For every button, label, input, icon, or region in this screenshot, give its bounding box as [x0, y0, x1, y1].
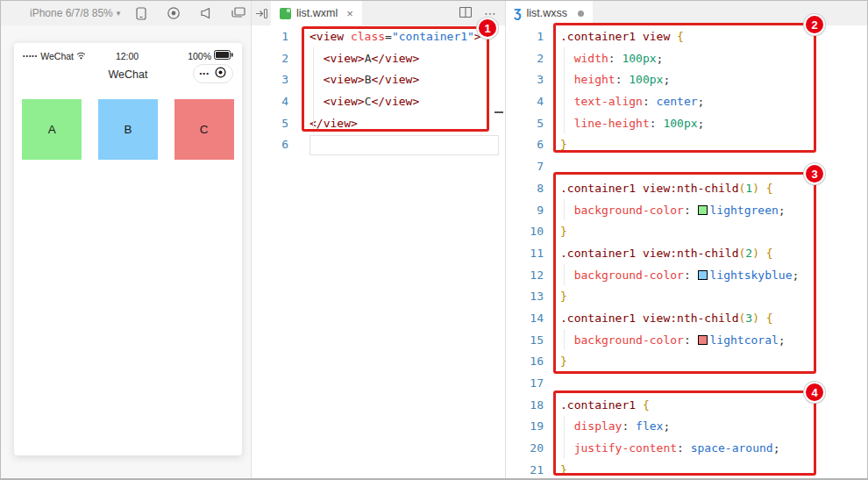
- tab-list-wxss[interactable]: Ʒ list.wxss: [507, 1, 593, 25]
- wxss-tab-bar: Ʒ list.wxss: [507, 1, 868, 25]
- view-box-c[interactable]: C: [174, 99, 234, 160]
- code-line[interactable]: 9 background-color: lightgreen;: [507, 200, 868, 222]
- line-number: 4: [507, 91, 544, 113]
- color-swatch[interactable]: [698, 205, 708, 215]
- wxml-editor-panel: list.wxml × ⋯ 1<view class="container1">…: [252, 1, 506, 479]
- line-number: 2: [252, 48, 288, 70]
- code-line[interactable]: 6: [252, 134, 505, 156]
- code-line[interactable]: 21}: [507, 460, 868, 480]
- code-line[interactable]: 6}: [507, 134, 868, 156]
- view-box-b[interactable]: B: [98, 99, 158, 160]
- code-line[interactable]: 1<view class="container1">: [252, 26, 505, 48]
- indent-guide: [564, 264, 565, 285]
- code-line[interactable]: 4 text-align: center;: [507, 91, 868, 113]
- line-number: 18: [507, 395, 544, 417]
- line-number: 15: [507, 330, 544, 352]
- code-line[interactable]: 19 display: flex;: [507, 416, 868, 438]
- code-line[interactable]: 12 background-color: lightskyblue;: [507, 265, 868, 287]
- line-number: 1: [252, 26, 288, 48]
- status-bar: ••••• WeChat 12:00 100%: [14, 43, 242, 61]
- code-line[interactable]: 3 height: 100px;: [507, 69, 868, 91]
- wxss-code-area[interactable]: 1.container1 view {2 width: 100px;3 heig…: [507, 25, 868, 480]
- wxml-file-icon: [280, 8, 291, 19]
- close-icon[interactable]: ×: [346, 7, 353, 20]
- wxss-editor-panel: Ʒ list.wxss 1.container1 view {2 width: …: [507, 1, 868, 479]
- simulator-panel: iPhone 6/7/8 85% ▾ ••••• WeChat: [1, 1, 252, 479]
- wxml-code-area[interactable]: 1<view class="container1">2 <view>A</vie…: [252, 25, 505, 156]
- code-line[interactable]: 16}: [507, 351, 868, 373]
- more-dots-icon[interactable]: •••: [200, 70, 210, 77]
- indent-guide: [564, 47, 565, 133]
- line-number: 16: [507, 351, 544, 373]
- line-number: 12: [507, 265, 544, 287]
- line-number: 19: [507, 416, 544, 438]
- modified-dot[interactable]: [578, 11, 584, 17]
- line-number: 21: [507, 460, 544, 480]
- line-number: 6: [252, 134, 288, 156]
- indent-guide: [564, 329, 565, 350]
- line-number: 13: [507, 286, 544, 308]
- line-number: 5: [252, 113, 288, 135]
- battery-icon: [214, 50, 233, 61]
- line-number: 3: [252, 69, 288, 91]
- simulator-toolbar: iPhone 6/7/8 85% ▾: [1, 1, 251, 25]
- code-line[interactable]: 3 <view>B</view>: [252, 69, 505, 91]
- line-number: 20: [507, 438, 544, 460]
- code-line[interactable]: 5 line-height: 100px;: [507, 113, 868, 135]
- code-line[interactable]: 18.container1 {: [507, 395, 868, 417]
- phone-rotate-icon[interactable]: [134, 6, 148, 20]
- code-line[interactable]: 11.container1 view:nth-child(2) {: [507, 243, 868, 265]
- line-number: 6: [507, 134, 544, 156]
- indent-guide: [313, 47, 314, 133]
- chevron-down-icon[interactable]: ▾: [117, 9, 121, 18]
- code-line[interactable]: 2 <view>A</view>: [252, 48, 505, 70]
- wxml-tab-bar: list.wxml × ⋯: [252, 1, 505, 25]
- line-number: 4: [252, 91, 288, 113]
- overview-ruler-mark: [494, 111, 503, 113]
- code-line[interactable]: 15 background-color: lightcoral;: [507, 330, 868, 352]
- code-line[interactable]: 2 width: 100px;: [507, 48, 868, 70]
- device-selector[interactable]: iPhone 6/7/8 85%: [30, 7, 113, 19]
- dock-right-icon[interactable]: [252, 1, 271, 25]
- battery-percent: 100%: [188, 51, 211, 61]
- code-line[interactable]: 8.container1 view:nth-child(1) {: [507, 178, 868, 200]
- code-line[interactable]: 13}: [507, 286, 868, 308]
- view-box-a[interactable]: A: [22, 99, 82, 160]
- split-editor-icon[interactable]: [459, 5, 472, 21]
- multi-window-icon[interactable]: [231, 6, 245, 20]
- speaker-icon[interactable]: [199, 6, 213, 20]
- code-line[interactable]: 20 justify-content: space-around;: [507, 438, 868, 460]
- line-number: 7: [507, 156, 544, 178]
- tab-list-wxml[interactable]: list.wxml ×: [271, 1, 362, 25]
- container1-preview: A B C: [14, 99, 242, 160]
- page-title: WeChat: [109, 68, 148, 81]
- color-swatch[interactable]: [698, 335, 708, 345]
- mini-program-navbar: WeChat •••: [14, 61, 242, 88]
- line-number: 1: [507, 26, 544, 48]
- line-number: 5: [507, 113, 544, 135]
- wxss-file-icon: Ʒ: [514, 7, 522, 19]
- indent-guide: [564, 416, 565, 459]
- code-line[interactable]: 5</view>: [252, 113, 505, 135]
- line-number: 17: [507, 373, 544, 395]
- code-line[interactable]: 4 <view>C</view>: [252, 91, 505, 113]
- code-line[interactable]: 7: [507, 156, 868, 178]
- line-number: 9: [507, 200, 544, 222]
- code-line[interactable]: 10}: [507, 221, 868, 243]
- line-number: 11: [507, 243, 544, 265]
- more-actions-icon[interactable]: ⋯: [484, 6, 496, 20]
- code-line[interactable]: 1.container1 view {: [507, 26, 868, 48]
- indent-guide: [564, 199, 565, 220]
- line-number: 3: [507, 69, 544, 91]
- capsule-menu[interactable]: •••: [193, 64, 233, 83]
- exit-target-icon[interactable]: [215, 66, 226, 82]
- signal-dots: •••••: [23, 53, 38, 59]
- color-swatch[interactable]: [698, 270, 708, 280]
- tab-label: list.wxml: [296, 7, 338, 19]
- device-preview: ••••• WeChat 12:00 100% WeChat •••: [14, 43, 242, 455]
- line-number: 10: [507, 221, 544, 243]
- line-number: 14: [507, 308, 544, 330]
- code-line[interactable]: 14.container1 view:nth-child(3) {: [507, 308, 868, 330]
- record-icon[interactable]: [167, 6, 181, 20]
- code-line[interactable]: 17: [507, 373, 868, 395]
